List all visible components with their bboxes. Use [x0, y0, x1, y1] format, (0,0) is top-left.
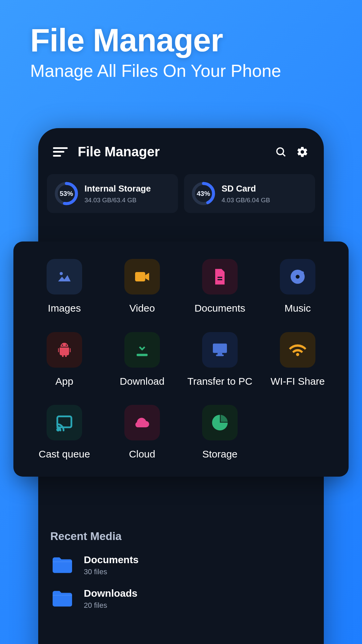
storage-sub-sd: 4.03 GB/6.04 GB	[222, 197, 270, 204]
storage-card-internal[interactable]: 53% Internal Storage 34.03 GB/63.4 GB	[47, 174, 178, 213]
tile-document[interactable]: Documents	[181, 259, 259, 315]
svg-rect-14	[213, 343, 227, 353]
recent-name: Documents	[84, 554, 138, 566]
tile-cloud[interactable]: Cloud	[103, 405, 181, 461]
tile-music[interactable]: Music	[259, 259, 337, 315]
tile-cast[interactable]: Cast queue	[25, 405, 103, 461]
tile-wifi[interactable]: WI-FI Share	[259, 332, 337, 388]
storage-name-sd: SD Card	[222, 183, 270, 194]
folder-icon	[50, 555, 74, 575]
hero-subtitle: Manage All Files On Your Phone	[30, 61, 332, 81]
svg-line-1	[283, 154, 285, 156]
svg-rect-16	[216, 355, 224, 356]
tile-label: Documents	[194, 302, 245, 315]
app-bar: File Manager	[38, 128, 324, 169]
app-title: File Manager	[78, 144, 266, 159]
tile-storage[interactable]: Storage	[181, 405, 259, 461]
folder-icon	[50, 589, 74, 608]
svg-point-9	[296, 275, 300, 279]
tile-label: Download	[120, 375, 164, 388]
svg-point-12	[66, 344, 67, 346]
hero-title: File Manager	[30, 23, 332, 57]
gear-icon[interactable]	[296, 145, 309, 159]
svg-point-18	[57, 429, 59, 431]
tile-label: WI-FI Share	[270, 375, 325, 388]
tile-download[interactable]: Download	[103, 332, 181, 388]
tile-video[interactable]: Video	[103, 259, 181, 315]
recent-section: Recent Media Documents30 filesDownloads2…	[50, 530, 312, 621]
storage-percent-sd: 43%	[191, 181, 216, 206]
storage-ring-internal: 53%	[54, 181, 78, 206]
category-grid: ImagesVideoDocumentsMusicAppDownloadTran…	[25, 259, 337, 461]
recent-count: 30 files	[84, 568, 138, 576]
storage-ring-sd: 43%	[191, 181, 216, 206]
recent-item[interactable]: Documents30 files	[50, 554, 312, 576]
svg-point-0	[277, 148, 284, 154]
tile-image[interactable]: Images	[25, 259, 103, 315]
storage-sub-internal: 34.03 GB/63.4 GB	[84, 197, 151, 204]
storage-percent-internal: 53%	[54, 181, 78, 206]
storage-card-sd[interactable]: 43% SD Card 4.03 GB/6.04 GB	[184, 174, 315, 213]
document-icon	[202, 259, 238, 294]
music-icon	[280, 259, 315, 294]
hero-banner: File Manager Manage All Files On Your Ph…	[0, 0, 362, 91]
android-icon	[47, 332, 82, 368]
image-icon	[47, 259, 82, 294]
recent-count: 20 files	[84, 601, 137, 610]
svg-rect-13	[137, 354, 148, 356]
cast-icon	[47, 405, 82, 440]
tile-label: Music	[285, 302, 311, 315]
cloud-icon	[124, 405, 160, 440]
svg-rect-17	[57, 416, 71, 427]
tile-label: App	[55, 375, 73, 388]
recent-name: Downloads	[84, 588, 137, 599]
wifi-icon	[280, 332, 315, 368]
search-icon[interactable]	[274, 145, 288, 159]
tile-label: Storage	[202, 448, 237, 461]
svg-rect-15	[218, 353, 222, 355]
recent-title: Recent Media	[50, 530, 312, 543]
category-panel: ImagesVideoDocumentsMusicAppDownloadTran…	[13, 241, 349, 477]
svg-point-10	[301, 271, 304, 274]
pc-icon	[202, 332, 238, 368]
tile-pc[interactable]: Transfer to PC	[181, 332, 259, 388]
storage-icon	[202, 405, 238, 440]
svg-point-6	[60, 272, 63, 275]
tile-label: Transfer to PC	[187, 375, 252, 388]
video-icon	[124, 259, 160, 294]
tile-label: Images	[48, 302, 81, 315]
svg-rect-7	[135, 272, 145, 281]
recent-item[interactable]: Downloads20 files	[50, 588, 312, 610]
storage-row: 53% Internal Storage 34.03 GB/63.4 GB 43…	[38, 169, 324, 222]
download-icon	[124, 332, 160, 368]
storage-name-internal: Internal Storage	[84, 183, 151, 194]
tile-label: Cast queue	[39, 448, 90, 461]
menu-icon[interactable]	[53, 147, 68, 157]
tile-android[interactable]: App	[25, 332, 103, 388]
svg-point-11	[62, 344, 63, 346]
tile-label: Cloud	[129, 448, 155, 461]
tile-label: Video	[129, 302, 155, 315]
